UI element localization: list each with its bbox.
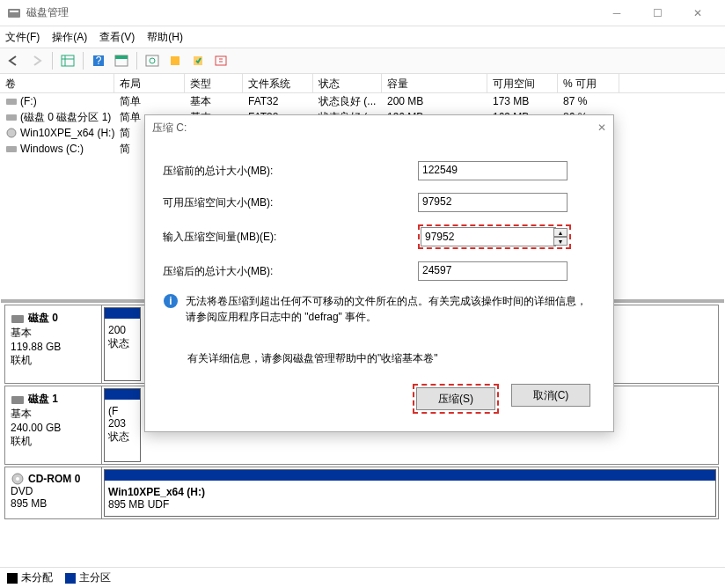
before-size-label: 压缩前的总计大小(MB): <box>163 164 418 179</box>
toolbar: ? <box>0 48 725 74</box>
menubar: 文件(F) 操作(A) 查看(V) 帮助(H) <box>0 26 725 48</box>
help-link-text: 有关详细信息，请参阅磁盘管理帮助中的"收缩基本卷" <box>187 351 596 366</box>
svg-rect-19 <box>6 146 17 152</box>
svg-rect-21 <box>11 396 24 404</box>
svg-point-10 <box>150 58 155 63</box>
info-icon: i <box>163 293 179 309</box>
minimize-button[interactable]: ─ <box>597 0 637 26</box>
col-status[interactable]: 状态 <box>313 74 382 92</box>
svg-rect-9 <box>146 55 158 66</box>
menu-help[interactable]: 帮助(H) <box>147 30 183 45</box>
back-button[interactable] <box>4 50 25 71</box>
shrink-amount-input[interactable] <box>421 227 556 246</box>
menu-action[interactable]: 操作(A) <box>52 30 87 45</box>
svg-text:i: i <box>169 295 172 307</box>
partition[interactable]: 200状态 <box>104 307 141 381</box>
dialog-title: 压缩 C: <box>152 121 187 136</box>
col-capacity[interactable]: 容量 <box>382 74 487 92</box>
dialog-close-button[interactable]: ✕ <box>597 121 606 134</box>
svg-point-23 <box>16 477 19 481</box>
disk-icon <box>11 393 25 406</box>
svg-point-18 <box>7 129 16 137</box>
svg-text:?: ? <box>96 55 102 67</box>
partition[interactable]: (F203状态 <box>104 388 141 462</box>
cdrom-icon <box>11 473 25 485</box>
legend: 未分配 主分区 <box>0 567 725 588</box>
info-text: 无法将卷压缩到超出任何不可移动的文件所在的点。有关完成该操作时间的详细信息，请参… <box>186 293 596 325</box>
svg-rect-12 <box>194 56 202 65</box>
svg-rect-17 <box>6 114 17 121</box>
menu-view[interactable]: 查看(V) <box>99 30 135 45</box>
shrink-dialog: 压缩 C: ✕ 压缩前的总计大小(MB): 122549 可用压缩空间大小(MB… <box>144 114 614 432</box>
spin-up-button[interactable]: ▲ <box>553 228 568 237</box>
col-free[interactable]: 可用空间 <box>487 74 558 92</box>
svg-rect-13 <box>216 56 226 65</box>
refresh-icon[interactable] <box>142 50 163 71</box>
toolbar-icon-2[interactable] <box>111 50 132 71</box>
svg-rect-2 <box>62 55 74 66</box>
svg-rect-16 <box>6 99 17 105</box>
svg-rect-8 <box>115 55 128 59</box>
toolbar-icon-5[interactable] <box>187 50 209 71</box>
svg-rect-0 <box>8 9 20 18</box>
toolbar-icon-4[interactable] <box>165 50 186 71</box>
after-size-value: 24597 <box>418 261 568 281</box>
before-size-value: 122549 <box>418 161 568 180</box>
col-fs[interactable]: 文件系统 <box>243 74 313 92</box>
svg-rect-20 <box>11 315 24 323</box>
svg-rect-11 <box>171 56 179 65</box>
legend-primary: 主分区 <box>79 571 111 584</box>
disk-icon <box>11 312 25 325</box>
toolbar-icon-6[interactable] <box>210 50 231 71</box>
partition[interactable]: Win10XPE_x64 (H:)895 MB UDF <box>104 469 716 517</box>
svg-rect-1 <box>10 11 18 12</box>
col-layout[interactable]: 布局 <box>114 74 185 92</box>
shrink-button[interactable]: 压缩(S) <box>416 387 495 410</box>
menu-file[interactable]: 文件(F) <box>5 30 40 45</box>
help-icon[interactable]: ? <box>88 50 109 71</box>
window-title: 磁盘管理 <box>26 5 597 20</box>
col-type[interactable]: 类型 <box>185 74 243 92</box>
view-list-icon[interactable] <box>57 50 78 71</box>
avail-shrink-label: 可用压缩空间大小(MB): <box>163 195 418 210</box>
forward-button[interactable] <box>26 50 48 71</box>
table-row[interactable]: (F:) 简单 基本 FAT32 状态良好 (... 200 MB 173 MB… <box>0 93 725 109</box>
grid-header: 卷 布局 类型 文件系统 状态 容量 可用空间 % 可用 <box>0 74 725 93</box>
titlebar: 磁盘管理 ─ ☐ ✕ <box>0 0 725 26</box>
app-icon <box>7 6 21 20</box>
close-button[interactable]: ✕ <box>677 0 718 26</box>
maximize-button[interactable]: ☐ <box>637 0 677 26</box>
shrink-amount-label: 输入压缩空间量(MB)(E): <box>163 230 418 245</box>
spin-down-button[interactable]: ▼ <box>553 237 568 246</box>
col-pct[interactable]: % 可用 <box>558 74 619 92</box>
avail-shrink-value: 97952 <box>418 193 568 212</box>
cancel-button[interactable]: 取消(C) <box>511 384 590 407</box>
col-volume[interactable]: 卷 <box>0 74 114 92</box>
after-size-label: 压缩后的总计大小(MB): <box>163 264 418 279</box>
legend-unallocated: 未分配 <box>21 571 53 584</box>
cdrom-0-block: CD-ROM 0 DVD 895 MB Win10XPE_x64 (H:)895… <box>4 467 719 519</box>
